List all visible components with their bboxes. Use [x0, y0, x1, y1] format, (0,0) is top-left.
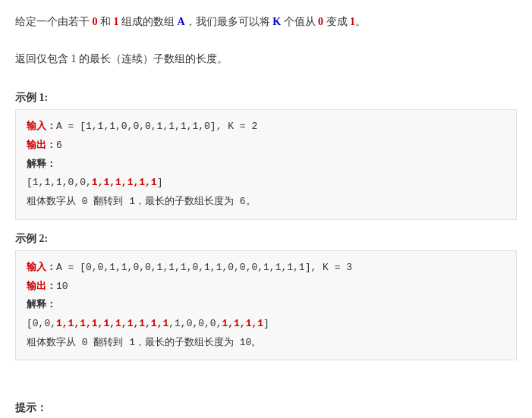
example1-box: 输入：A = [1,1,1,0,0,0,1,1,1,1,0], K = 2 输出… [15, 109, 517, 219]
example2-box: 输入：A = [0,0,1,1,0,0,1,1,1,0,1,1,0,0,0,1,… [15, 250, 517, 360]
A-var: A [178, 16, 185, 27]
example1-input-label: 输入： [27, 121, 56, 132]
main-content: 给定一个由若干 0 和 1 组成的数组 A，我们最多可以将 K 个值从 0 变成… [0, 0, 532, 418]
example2-output-value: 10 [56, 281, 68, 292]
example1-array-bold: 1,1,1,1,1,1 [92, 177, 157, 188]
example2-array-mid: ,1,0,0,0, [168, 318, 222, 329]
example2-array: [0,0,1,1,1,1,1,1,1,1,1,1,1,0,0,0,1,1,1,1… [27, 315, 505, 334]
zero-keyword: 0 [93, 16, 98, 27]
example1-input: 输入：A = [1,1,1,0,0,0,1,1,1,1,0], K = 2 [27, 118, 505, 137]
example2-input-value: A = [0,0,1,1,0,0,1,1,1,0,1,1,0,0,0,1,1,1… [56, 262, 352, 273]
tips-section: 提示： 1. 1 <= A.length <= 20000 2. 0 <= K … [15, 401, 517, 418]
question-text: 返回仅包含 1 的最长（连续）子数组的长度。 [15, 49, 517, 68]
example1-explain-heading: 解释： [27, 159, 56, 170]
example2-explain-text: 粗体数字从 0 翻转到 1，最长的子数组长度为 10。 [27, 334, 505, 353]
example1-output: 输出：6 [27, 137, 505, 156]
K-var: K [272, 16, 281, 27]
example1-array: [1,1,1,0,0,1,1,1,1,1,1] [27, 174, 505, 193]
example1-explain-text: 粗体数字从 0 翻转到 1，最长的子数组长度为 6。 [27, 193, 505, 212]
example2-input: 输入：A = [0,0,1,1,0,0,1,1,1,0,1,1,0,0,0,1,… [27, 259, 505, 278]
example1-explain-label: 解释： [27, 156, 505, 174]
to-one: 1 [350, 16, 355, 27]
one-keyword: 1 [114, 16, 119, 27]
example2-label: 示例 2: [15, 232, 517, 246]
example2-array-prefix: [0,0, [27, 318, 56, 329]
example1-output-value: 6 [56, 140, 62, 151]
example2-output-label: 输出： [27, 281, 56, 292]
example1-output-label: 输出： [27, 140, 56, 151]
tips-label: 提示： [15, 401, 517, 415]
example1-label: 示例 1: [15, 91, 517, 105]
example1-array-end: ] [157, 177, 163, 188]
example1-input-value: A = [1,1,1,0,0,0,1,1,1,1,0], K = 2 [56, 121, 257, 132]
example2-explain-label: 解释： [27, 296, 505, 315]
example2-array-bold2: 1,1,1,1 [222, 318, 263, 329]
from-zero: 0 [318, 16, 323, 27]
example2-input-label: 输入： [27, 262, 56, 273]
example1-array-prefix: [1,1,1,0,0, [27, 177, 92, 188]
example2-explain-heading: 解释： [27, 299, 56, 310]
example2-array-end: ] [263, 318, 269, 329]
intro-paragraph: 给定一个由若干 0 和 1 组成的数组 A，我们最多可以将 K 个值从 0 变成… [15, 12, 517, 31]
example2-output: 输出：10 [27, 278, 505, 297]
example2-array-bold1: 1,1,1,1,1,1,1,1,1,1 [56, 318, 168, 329]
